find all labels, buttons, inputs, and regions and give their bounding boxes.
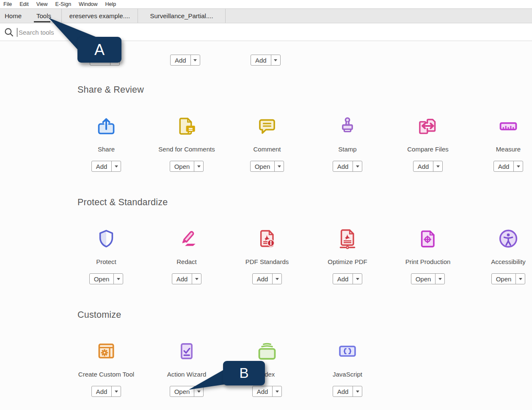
dropdown-caret[interactable] xyxy=(513,161,523,171)
dropdown-caret[interactable] xyxy=(111,161,121,171)
tool-card-javascript[interactable]: JavaScript Add xyxy=(307,339,388,397)
tool-name: Print Production xyxy=(405,258,451,267)
tool-action-button[interactable]: Add xyxy=(170,55,200,66)
menu-esign[interactable]: E-Sign xyxy=(52,0,75,8)
tool-action-button[interactable]: Add xyxy=(252,273,282,284)
tool-action-button[interactable]: Add xyxy=(91,386,121,397)
tool-action-label[interactable]: Open xyxy=(170,161,194,171)
tool-action-label[interactable]: Add xyxy=(251,55,271,65)
tab-document-1[interactable]: ereserves example.... xyxy=(62,9,138,23)
dropdown-caret[interactable] xyxy=(435,274,444,284)
dropdown-caret[interactable] xyxy=(272,386,281,396)
tool-action-label[interactable]: Add xyxy=(333,274,353,284)
tool-card-send-for-comments[interactable]: Send for Comments Open xyxy=(146,114,227,172)
compare-files-icon xyxy=(416,114,439,138)
menu-window[interactable]: Window xyxy=(75,0,101,8)
tool-action-label[interactable]: Open xyxy=(90,274,114,284)
tool-name: Action Wizard xyxy=(167,371,207,379)
tool-card-optimize-pdf[interactable]: Optimize PDF Add xyxy=(307,227,388,284)
tool-action-button[interactable]: Open xyxy=(89,273,124,284)
tool-action-label[interactable]: Add xyxy=(413,161,433,171)
tool-action-button[interactable]: Add xyxy=(91,161,121,172)
tool-card-pdf-standards[interactable]: PDF Standards Add xyxy=(227,227,307,284)
tool-card-protect[interactable]: Protect Open xyxy=(66,227,146,284)
tool-action-label[interactable]: Add xyxy=(333,161,353,171)
tool-action-label[interactable]: Open xyxy=(411,274,436,284)
dropdown-caret[interactable] xyxy=(113,274,123,284)
tab-document-2[interactable]: Surveillance_Partial.... xyxy=(138,9,226,23)
tool-action-button[interactable]: Add xyxy=(413,161,443,172)
tool-action-label[interactable]: Add xyxy=(90,55,110,65)
dropdown-caret[interactable] xyxy=(515,274,525,284)
tool-action-label[interactable]: Add xyxy=(171,55,190,65)
tool-action-button[interactable]: Add xyxy=(333,161,363,172)
dropdown-caret[interactable] xyxy=(192,274,201,284)
caret-down-icon xyxy=(195,278,198,280)
tool-action-label[interactable]: Add xyxy=(333,386,353,396)
tab-home[interactable]: Home xyxy=(0,9,26,23)
tool-action-label[interactable]: Add xyxy=(253,386,273,396)
tool-card-comment[interactable]: Comment Open xyxy=(227,114,307,172)
tool-action-button[interactable]: Add xyxy=(493,161,524,172)
tool-name: Comment xyxy=(253,146,281,154)
search-icon xyxy=(3,27,14,39)
pdf-standards-icon xyxy=(256,227,278,250)
tool-action-button[interactable]: Open xyxy=(170,386,204,397)
tool-action-button[interactable]: Open xyxy=(250,161,284,172)
dropdown-caret[interactable] xyxy=(110,55,119,65)
tool-action-button[interactable]: Add xyxy=(252,386,282,397)
caret-down-icon xyxy=(197,391,201,393)
tool-action-button[interactable]: Add xyxy=(90,55,120,66)
tool-action-label[interactable]: Add xyxy=(253,274,273,284)
caret-down-icon xyxy=(356,391,359,393)
menu-file[interactable]: File xyxy=(2,0,16,8)
tool-action-button[interactable]: Add xyxy=(172,273,202,284)
tool-card-index[interactable]: Index Add xyxy=(227,339,307,397)
tool-action-label[interactable]: Add xyxy=(494,161,514,171)
dropdown-caret[interactable] xyxy=(111,386,121,396)
tool-action-button[interactable]: Add xyxy=(333,386,363,397)
menu-help[interactable]: Help xyxy=(102,0,120,8)
tab-tools[interactable]: Tools xyxy=(26,9,62,23)
tool-card-share[interactable]: Share Add xyxy=(66,114,146,172)
tool-card-accessibility[interactable]: Accessibility Open xyxy=(468,227,532,284)
tool-action-label[interactable]: Open xyxy=(170,386,194,396)
tool-card-action-wizard[interactable]: Action Wizard Open xyxy=(146,339,227,397)
tool-card-print-production[interactable]: Print Production Open xyxy=(388,227,468,284)
dropdown-caret[interactable] xyxy=(194,386,203,396)
dropdown-caret[interactable] xyxy=(272,274,281,284)
search-input[interactable] xyxy=(19,26,188,38)
protect-shield-icon xyxy=(95,227,118,250)
dropdown-caret[interactable] xyxy=(353,161,362,171)
dropdown-caret[interactable] xyxy=(353,386,362,396)
tool-action-button[interactable]: Open xyxy=(170,161,204,172)
tool-action-label[interactable]: Open xyxy=(492,274,516,284)
tool-action-label[interactable]: Add xyxy=(92,161,112,171)
menu-view[interactable]: View xyxy=(33,0,52,8)
tool-card-compare-files[interactable]: Compare Files Add xyxy=(388,114,468,172)
caret-down-icon xyxy=(356,278,359,280)
tool-card-create-custom-tool[interactable]: Create Custom Tool Add xyxy=(66,339,146,397)
caret-down-icon xyxy=(436,165,440,168)
tool-action-label[interactable]: Add xyxy=(172,274,192,284)
dropdown-caret[interactable] xyxy=(190,55,200,65)
tool-action-button[interactable]: Add xyxy=(251,55,281,66)
tool-action-button[interactable]: Open xyxy=(411,273,445,284)
caret-down-icon xyxy=(517,165,520,168)
tool-action-button[interactable]: Open xyxy=(491,273,526,284)
dropdown-caret[interactable] xyxy=(353,274,362,284)
menu-edit[interactable]: Edit xyxy=(16,0,33,8)
dropdown-caret[interactable] xyxy=(433,161,442,171)
dropdown-caret[interactable] xyxy=(274,161,284,171)
tool-name: Compare Files xyxy=(407,146,449,154)
dropdown-caret[interactable] xyxy=(271,55,280,65)
tool-action-button[interactable]: Add xyxy=(333,273,363,284)
active-tab-underline xyxy=(34,21,50,22)
tool-card-measure[interactable]: Measure Add xyxy=(468,114,532,172)
tool-action-label[interactable]: Open xyxy=(251,161,275,171)
tool-card-stamp[interactable]: Stamp Add xyxy=(307,114,388,172)
dropdown-caret[interactable] xyxy=(194,161,203,171)
action-wizard-icon xyxy=(175,339,198,363)
tool-card-redact[interactable]: Redact Add xyxy=(146,227,227,284)
tool-action-label[interactable]: Add xyxy=(92,386,112,396)
